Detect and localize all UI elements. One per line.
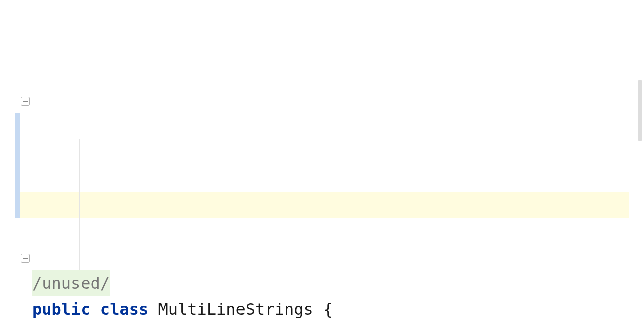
code-area[interactable]: /unused/ public class MultiLineStrings {…: [25, 0, 636, 326]
brace-open: {: [323, 300, 333, 319]
code-line[interactable]: [32, 322, 636, 326]
scrollbar-thumb[interactable]: [638, 80, 642, 141]
code-editor[interactable]: /unused/ public class MultiLineStrings {…: [0, 0, 644, 326]
gutter: [0, 0, 25, 326]
class-name: MultiLineStrings: [158, 300, 313, 319]
code-line[interactable]: public class MultiLineStrings {: [32, 296, 636, 322]
unused-annotation: /unused/: [32, 270, 110, 296]
current-line-bg: [25, 192, 629, 218]
keyword-class: class: [100, 300, 148, 319]
indent-guide-1: [79, 139, 80, 270]
current-line-gutter-bg: [20, 192, 25, 218]
change-marker: [15, 113, 20, 218]
scrollbar[interactable]: [636, 0, 644, 326]
keyword-public: public: [32, 300, 91, 319]
code-line[interactable]: /unused/: [32, 270, 636, 296]
